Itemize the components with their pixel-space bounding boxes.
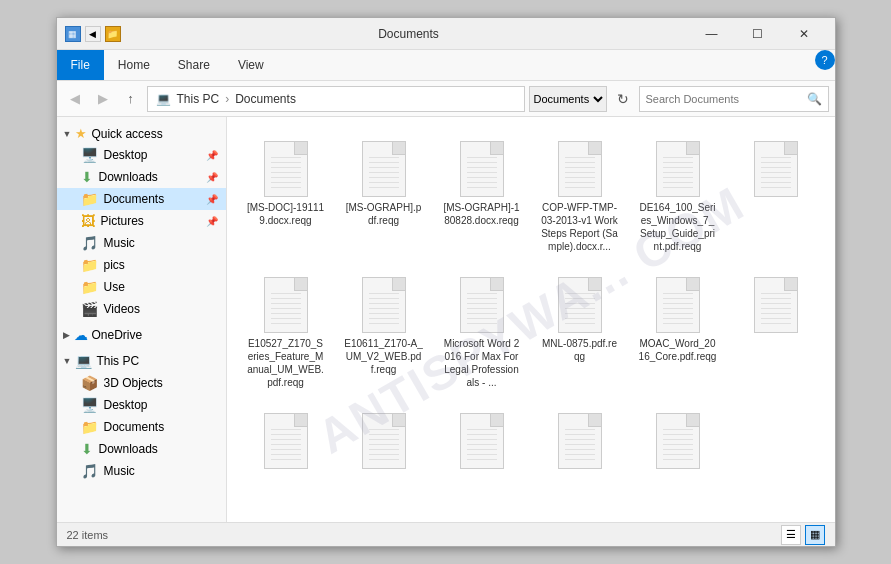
tab-home[interactable]: Home xyxy=(104,50,164,80)
path-documents[interactable]: Documents xyxy=(235,92,296,106)
file-page-inner xyxy=(369,289,399,325)
file-icon xyxy=(554,273,606,337)
statusbar: 22 items ☰ ▦ xyxy=(57,522,835,546)
quick-access-chevron: ▼ xyxy=(63,129,72,139)
onedrive-icon: ☁ xyxy=(74,327,88,343)
file-item[interactable]: Microsoft Word 2016 For Max For Legal Pr… xyxy=(437,267,527,395)
back-button[interactable]: ◀ xyxy=(63,87,87,111)
file-item[interactable] xyxy=(633,403,723,479)
file-page xyxy=(754,277,798,333)
tab-file[interactable]: File xyxy=(57,50,104,80)
path-dropdown[interactable]: Documents xyxy=(529,86,607,112)
maximize-button[interactable]: ☐ xyxy=(735,18,781,50)
file-name: E10527_Z170_Series_Feature_Manual_UM_WEB… xyxy=(246,337,326,389)
file-page-inner xyxy=(663,153,693,189)
file-item[interactable]: MNL-0875.pdf.reqg xyxy=(535,267,625,395)
file-page-inner xyxy=(271,425,301,461)
onedrive-section: ▶ ☁ OneDrive xyxy=(57,322,226,348)
sidebar-item-pc-desktop-label: Desktop xyxy=(104,398,148,412)
file-item[interactable] xyxy=(731,131,821,259)
sidebar-item-music-label: Music xyxy=(104,236,135,250)
file-icon xyxy=(456,409,508,473)
titlebar-icon-1: ▦ xyxy=(65,26,81,42)
onedrive-label: OneDrive xyxy=(92,328,143,342)
sidebar-item-pc-downloads[interactable]: ⬇ Downloads xyxy=(57,438,226,460)
file-item[interactable] xyxy=(339,403,429,479)
refresh-button[interactable]: ↻ xyxy=(611,87,635,111)
sidebar-item-pictures[interactable]: 🖼 Pictures 📌 xyxy=(57,210,226,232)
help-button[interactable]: ? xyxy=(815,50,835,70)
file-item[interactable]: DE164_100_Series_Windows_7_Setup_Guide_p… xyxy=(633,131,723,259)
item-count: 22 items xyxy=(67,529,109,541)
file-icon xyxy=(554,137,606,201)
sidebar-item-pc-music[interactable]: 🎵 Music xyxy=(57,460,226,482)
titlebar: ▦ ◀ 📁 Documents — ☐ ✕ xyxy=(57,18,835,50)
grid-view-button[interactable]: ▦ xyxy=(805,525,825,545)
onedrive-header[interactable]: ▶ ☁ OneDrive xyxy=(57,324,226,346)
file-page xyxy=(264,277,308,333)
sidebar-item-use[interactable]: 📁 Use xyxy=(57,276,226,298)
file-item[interactable]: [MS-OGRAPH].pdf.reqg xyxy=(339,131,429,259)
quick-access-header[interactable]: ▼ ★ Quick access xyxy=(57,123,226,144)
file-page-inner xyxy=(369,153,399,189)
file-name: E10611_Z170-A_UM_V2_WEB.pdf.reqg xyxy=(344,337,424,376)
list-view-button[interactable]: ☰ xyxy=(781,525,801,545)
ribbon-tabs: File Home Share View ? xyxy=(57,50,835,80)
file-page-inner xyxy=(663,425,693,461)
sidebar-item-desktop[interactable]: 🖥️ Desktop 📌 xyxy=(57,144,226,166)
search-input[interactable] xyxy=(646,93,803,105)
file-icon xyxy=(358,137,410,201)
pictures-icon: 🖼 xyxy=(81,213,95,229)
thispc-icon: 💻 xyxy=(75,353,92,369)
file-page-inner xyxy=(271,153,301,189)
up-button[interactable]: ↑ xyxy=(119,87,143,111)
file-item[interactable]: [MS-DOC]-191119.docx.reqg xyxy=(241,131,331,259)
tab-share[interactable]: Share xyxy=(164,50,224,80)
file-page xyxy=(754,141,798,197)
sidebar-item-desktop-label: Desktop xyxy=(104,148,148,162)
explorer-window: ▦ ◀ 📁 Documents — ☐ ✕ File Home Share Vi… xyxy=(56,17,836,547)
videos-icon: 🎬 xyxy=(81,301,98,317)
file-name: [MS-OGRAPH].pdf.reqg xyxy=(344,201,424,227)
sidebar-item-3dobjects[interactable]: 📦 3D Objects xyxy=(57,372,226,394)
file-item[interactable] xyxy=(437,403,527,479)
sidebar-item-pc-desktop[interactable]: 🖥️ Desktop xyxy=(57,394,226,416)
file-icon xyxy=(652,273,704,337)
file-item[interactable] xyxy=(241,403,331,479)
path-thispc[interactable]: This PC xyxy=(177,92,220,106)
search-icon: 🔍 xyxy=(807,92,822,106)
sidebar-item-pics[interactable]: 📁 pics xyxy=(57,254,226,276)
file-page xyxy=(656,413,700,469)
file-item[interactable]: MOAC_Word_2016_Core.pdf.reqg xyxy=(633,267,723,395)
pics-folder-icon: 📁 xyxy=(81,257,98,273)
forward-button[interactable]: ▶ xyxy=(91,87,115,111)
tab-view[interactable]: View xyxy=(224,50,278,80)
sidebar-item-downloads[interactable]: ⬇ Downloads 📌 xyxy=(57,166,226,188)
main-area: ▼ ★ Quick access 🖥️ Desktop 📌 ⬇ Download… xyxy=(57,117,835,522)
minimize-button[interactable]: — xyxy=(689,18,735,50)
path-sep-1: › xyxy=(225,92,229,106)
file-item[interactable] xyxy=(731,267,821,395)
file-item[interactable]: COP-WFP-TMP-03-2013-v1 Work Steps Report… xyxy=(535,131,625,259)
sidebar-item-pc-music-label: Music xyxy=(104,464,135,478)
file-icon xyxy=(358,273,410,337)
file-page xyxy=(558,413,602,469)
star-icon: ★ xyxy=(75,126,87,141)
sidebar-item-documents[interactable]: 📁 Documents 📌 xyxy=(57,188,226,210)
thispc-header[interactable]: ▼ 💻 This PC xyxy=(57,350,226,372)
file-name: MOAC_Word_2016_Core.pdf.reqg xyxy=(638,337,718,363)
file-item[interactable]: E10527_Z170_Series_Feature_Manual_UM_WEB… xyxy=(241,267,331,395)
pin-icon: 📌 xyxy=(206,150,218,161)
close-button[interactable]: ✕ xyxy=(781,18,827,50)
sidebar-item-pc-documents[interactable]: 📁 Documents xyxy=(57,416,226,438)
thispc-label: This PC xyxy=(96,354,139,368)
pc-music-icon: 🎵 xyxy=(81,463,98,479)
sidebar-item-music[interactable]: 🎵 Music xyxy=(57,232,226,254)
file-item[interactable] xyxy=(535,403,625,479)
file-item[interactable]: [MS-OGRAPH]-180828.docx.reqg xyxy=(437,131,527,259)
file-page xyxy=(362,413,406,469)
address-path[interactable]: 💻 This PC › Documents xyxy=(147,86,525,112)
file-icon xyxy=(260,273,312,337)
file-item[interactable]: E10611_Z170-A_UM_V2_WEB.pdf.reqg xyxy=(339,267,429,395)
sidebar-item-videos[interactable]: 🎬 Videos xyxy=(57,298,226,320)
